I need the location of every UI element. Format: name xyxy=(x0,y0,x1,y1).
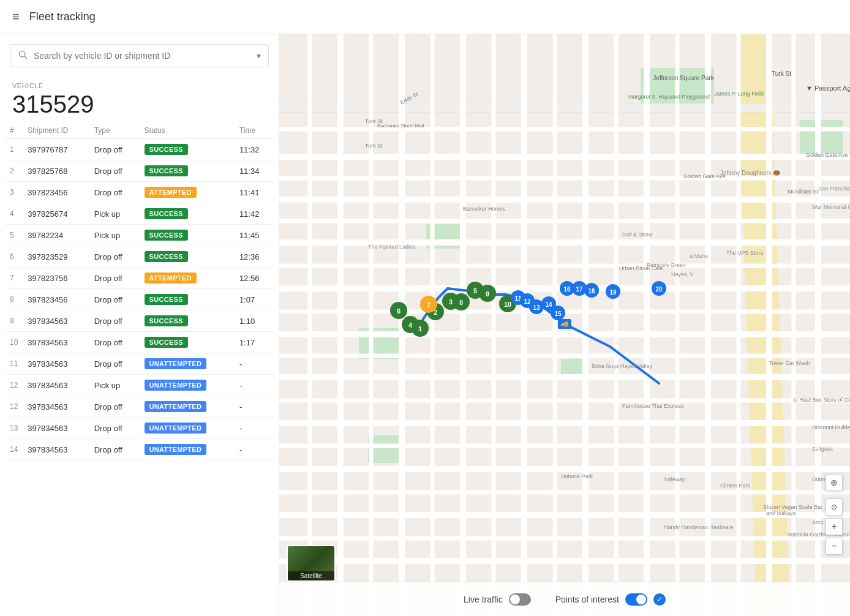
svg-text:Turk St: Turk St xyxy=(772,70,791,77)
col-shipment-id: Shipment ID xyxy=(23,122,89,139)
svg-text:4: 4 xyxy=(408,321,413,329)
row-type: Drop off xyxy=(89,289,140,310)
svg-text:Urban Ritual Cafe: Urban Ritual Cafe xyxy=(619,265,663,271)
points-of-interest-toggle[interactable] xyxy=(625,593,647,606)
row-status: UNATTEMPTED xyxy=(140,396,235,418)
compass-icon[interactable]: ⊙ xyxy=(826,498,843,516)
location-icon-button[interactable]: ⊕ xyxy=(826,474,843,491)
row-shipment-id: 397825768 xyxy=(23,160,89,182)
table-row[interactable]: 9 397834563 Drop off SUCCESS 1:10 xyxy=(5,310,274,332)
status-badge: UNATTEMPTED xyxy=(145,401,207,412)
row-num: 12 xyxy=(5,396,23,418)
svg-text:Handy Handyman Hardware: Handy Handyman Hardware xyxy=(664,524,734,530)
svg-text:18: 18 xyxy=(588,288,595,295)
svg-text:3: 3 xyxy=(449,298,453,306)
status-badge: SUCCESS xyxy=(145,144,188,155)
table-row[interactable]: 12 397834563 Drop off UNATTEMPTED - xyxy=(5,396,274,418)
table-row[interactable]: 13 397834563 Drop off UNATTEMPTED - xyxy=(5,418,274,439)
row-shipment-id: 397823456 xyxy=(23,289,89,310)
points-of-interest-toggle-group: Points of interest ✓ xyxy=(555,593,666,606)
row-num: 1 xyxy=(5,139,23,160)
row-status: SUCCESS xyxy=(140,310,235,332)
live-traffic-toggle[interactable] xyxy=(509,593,531,606)
status-badge: SUCCESS xyxy=(145,294,188,305)
svg-text:19: 19 xyxy=(609,289,617,296)
svg-text:Johnny Doughnuts 🍩: Johnny Doughnuts 🍩 xyxy=(720,169,781,177)
svg-text:▼ Passport Agency: ▼ Passport Agency xyxy=(806,85,850,92)
row-status: ATTEMPTED xyxy=(140,268,235,289)
svg-text:War Memorial Opera House: War Memorial Opera House xyxy=(812,204,850,210)
svg-text:Banneker Homes: Banneker Homes xyxy=(463,206,506,212)
row-status: SUCCESS xyxy=(140,246,235,268)
svg-line-1 xyxy=(24,56,27,59)
svg-text:The UPS Store: The UPS Store xyxy=(726,250,764,256)
row-status: UNATTEMPTED xyxy=(140,375,235,396)
row-shipment-id: 397825674 xyxy=(23,203,89,225)
row-num: 11 xyxy=(5,353,23,375)
col-type: Type xyxy=(89,122,140,139)
svg-text:The Painted Ladies: The Painted Ladies xyxy=(368,244,416,250)
svg-text:Golden Gate Ave: Golden Gate Ave xyxy=(806,152,848,158)
row-time: 11:41 xyxy=(235,182,274,203)
row-status: SUCCESS xyxy=(140,225,235,246)
row-status: SUCCESS xyxy=(140,160,235,182)
svg-text:5: 5 xyxy=(473,287,477,295)
svg-point-0 xyxy=(20,51,25,57)
shipment-table-container: # Shipment ID Type Status Time 1 3979767… xyxy=(0,122,279,616)
status-badge: SUCCESS xyxy=(145,251,188,262)
map-panel: 1 2 3 4 5 6 7 8 9 xyxy=(279,34,850,616)
row-shipment-id: 397834563 xyxy=(23,375,89,396)
search-dropdown-icon[interactable]: ▾ xyxy=(257,51,261,61)
row-time: 12:36 xyxy=(235,246,274,268)
table-row[interactable]: 5 39782234 Pick up SUCCESS 11:45 xyxy=(5,225,274,246)
satellite-thumbnail[interactable]: Satellite xyxy=(287,545,336,582)
svg-text:James P. Lang Field: James P. Lang Field xyxy=(714,91,764,97)
row-status: ATTEMPTED xyxy=(140,182,235,203)
row-time: 12:56 xyxy=(235,268,274,289)
app-title: Fleet tracking xyxy=(29,10,96,23)
left-panel: ▾ VEHICLE 315529 # Shipment ID Type Stat… xyxy=(0,34,279,616)
svg-text:Margaret S. Hayward Playground: Margaret S. Hayward Playground xyxy=(628,94,710,100)
row-num: 7 xyxy=(5,268,23,289)
svg-text:Farmhouse Thai Express: Farmhouse Thai Express xyxy=(622,403,684,409)
table-row[interactable]: 12 397834563 Pick up UNATTEMPTED - xyxy=(5,375,274,396)
svg-text:Duboce Park: Duboce Park xyxy=(561,473,593,479)
row-num: 4 xyxy=(5,203,23,225)
svg-text:6: 6 xyxy=(397,307,401,315)
row-time: - xyxy=(235,418,274,439)
table-row[interactable]: 7 397823756 Drop off ATTEMPTED 12:56 xyxy=(5,268,274,289)
svg-text:7: 7 xyxy=(427,301,431,309)
points-of-interest-check: ✓ xyxy=(653,593,666,606)
col-time: Time xyxy=(235,122,274,139)
table-row[interactable]: 6 397823529 Drop off SUCCESS 12:36 xyxy=(5,246,274,268)
table-row[interactable]: 2 397825768 Drop off SUCCESS 11:34 xyxy=(5,160,274,182)
search-input[interactable] xyxy=(34,51,257,61)
svg-text:Discount Builders Supply: Discount Builders Supply xyxy=(812,424,850,430)
table-row[interactable]: 11 397834563 Drop off UNATTEMPTED - xyxy=(5,353,274,375)
svg-text:Boba Guys Hayes Valley: Boba Guys Hayes Valley xyxy=(592,363,652,369)
row-type: Drop off xyxy=(89,439,140,460)
table-row[interactable]: 8 397823456 Drop off SUCCESS 1:07 xyxy=(5,289,274,310)
row-time: - xyxy=(235,396,274,418)
table-row[interactable]: 10 397834563 Drop off SUCCESS 1:17 xyxy=(5,332,274,353)
svg-text:Zeitgeist: Zeitgeist xyxy=(812,446,833,452)
row-shipment-id: 397834563 xyxy=(23,310,89,332)
hamburger-icon[interactable]: ≡ xyxy=(12,10,20,24)
svg-text:Arco: Arco xyxy=(812,519,824,525)
row-shipment-id: 39782234 xyxy=(23,225,89,246)
row-type: Pick up xyxy=(89,203,140,225)
col-status: Status xyxy=(140,122,235,139)
map-controls-right: ⊕ ⊙ + − xyxy=(826,474,843,555)
row-num: 2 xyxy=(5,160,23,182)
map-bottom-bar: Live traffic Points of interest ✓ xyxy=(279,582,850,616)
table-row[interactable]: 1 397976787 Drop off SUCCESS 11:32 xyxy=(5,139,274,160)
row-num: 10 xyxy=(5,332,23,353)
table-row[interactable]: 3 397823456 Drop off ATTEMPTED 11:41 xyxy=(5,182,274,203)
zoom-in-button[interactable]: + xyxy=(826,518,843,535)
row-status: SUCCESS xyxy=(140,139,235,160)
row-num: 14 xyxy=(5,439,23,460)
row-time: 1:17 xyxy=(235,332,274,353)
table-row[interactable]: 14 397834563 Drop off UNATTEMPTED - xyxy=(5,439,274,460)
zoom-out-button[interactable]: − xyxy=(826,538,843,555)
table-row[interactable]: 4 397825674 Pick up SUCCESS 11:42 xyxy=(5,203,274,225)
